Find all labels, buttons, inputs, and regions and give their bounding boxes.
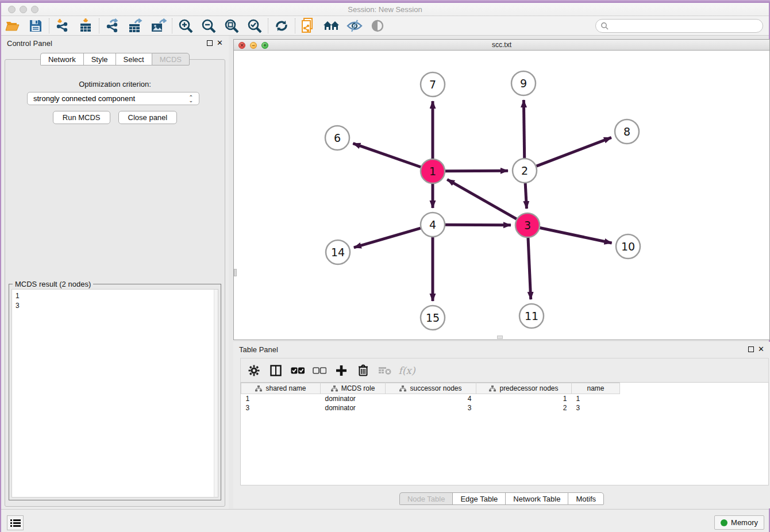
close-panel-icon[interactable]: ✕ [217, 40, 223, 46]
cell-shared-name[interactable]: 1 [241, 394, 321, 403]
cell-successor-nodes[interactable]: 3 [386, 403, 476, 413]
result-scrollbar[interactable] [214, 290, 218, 497]
network-window-titlebar[interactable]: ✕ − + scc.txt [234, 40, 769, 51]
tab-network[interactable]: Network [40, 53, 83, 65]
checked-boxes-icon [291, 367, 305, 374]
unchecked-boxes-icon [313, 367, 326, 374]
column-header-successor-nodes[interactable]: successor nodes [386, 383, 476, 394]
canvas-bottom-resize-grip[interactable] [497, 336, 503, 339]
delete-column-button[interactable] [355, 362, 372, 379]
table-row[interactable]: 1 dominator 4 1 1 [241, 394, 620, 403]
float-panel-icon[interactable] [207, 40, 213, 46]
graph-edge-3-10[interactable] [540, 228, 612, 243]
canvas-left-scrollbar-grip[interactable] [234, 269, 237, 276]
graph-node-3[interactable]: 3 [515, 213, 540, 237]
zoom-selected-button[interactable] [243, 17, 266, 34]
column-header-name[interactable]: name [572, 383, 620, 394]
zoom-in-button[interactable] [174, 17, 197, 34]
deselect-all-rows-button[interactable] [311, 362, 328, 379]
mcds-result-text[interactable]: 1 3 [11, 289, 218, 498]
graph-node-9[interactable]: 9 [511, 71, 536, 95]
toolbar-separator [295, 18, 295, 33]
tab-style[interactable]: Style [83, 53, 116, 65]
optimization-criterion-dropdown[interactable]: strongly connected component ⌃⌄ [27, 92, 199, 105]
select-all-rows-button[interactable] [289, 362, 306, 379]
tab-edge-table[interactable]: Edge Table [452, 492, 505, 505]
graph-node-15[interactable]: 15 [421, 306, 445, 330]
tab-network-table[interactable]: Network Table [505, 492, 568, 505]
function-builder-button[interactable]: f(x) [398, 362, 415, 379]
cell-mcds-role[interactable]: dominator [321, 394, 386, 403]
show-task-history-button[interactable] [7, 515, 24, 530]
search-input[interactable] [611, 22, 763, 30]
graph-node-1[interactable]: 1 [421, 159, 445, 183]
graph-node-8[interactable]: 8 [615, 119, 639, 144]
show-column-panel-button[interactable] [267, 362, 284, 379]
cell-name[interactable]: 3 [572, 403, 620, 413]
show-all-button[interactable] [366, 17, 389, 34]
tab-motifs[interactable]: Motifs [568, 492, 604, 505]
zoom-out-icon [201, 18, 216, 33]
graph-edge-3-1[interactable] [447, 179, 517, 219]
cell-successor-nodes[interactable]: 4 [386, 394, 476, 403]
mcds-tab-content: Optimization criterion: strongly connect… [5, 59, 225, 507]
graph-edge-3-11[interactable] [528, 238, 531, 299]
import-network-button[interactable] [51, 17, 74, 34]
dropdown-stepper-icon: ⌃⌄ [188, 95, 193, 102]
network-graph[interactable]: 1234678910111415 [234, 51, 769, 340]
cell-mcds-role[interactable]: dominator [321, 403, 386, 413]
table-options-button[interactable] [245, 362, 263, 379]
close-panel-button[interactable]: Close panel [118, 111, 178, 124]
column-header-mcds-role[interactable]: MCDS role [321, 383, 386, 394]
close-table-panel-icon[interactable]: ✕ [758, 346, 764, 352]
table-row[interactable]: 3 dominator 3 2 3 [241, 403, 620, 413]
column-header-predecessor-nodes[interactable]: predecessor nodes [476, 383, 572, 394]
network-canvas[interactable]: 1234678910111415 [234, 51, 769, 340]
graph-edge-2-9[interactable] [523, 100, 524, 158]
zoom-fit-button[interactable] [220, 17, 243, 34]
create-column-button[interactable] [333, 362, 350, 379]
open-session-button[interactable] [1, 17, 24, 34]
cell-predecessor-nodes[interactable]: 2 [476, 403, 572, 413]
cell-name[interactable]: 1 [572, 394, 620, 403]
tab-node-table[interactable]: Node Table [399, 492, 453, 505]
graph-node-6[interactable]: 6 [325, 126, 349, 150]
float-table-panel-icon[interactable] [748, 346, 754, 352]
cell-predecessor-nodes[interactable]: 1 [476, 394, 572, 403]
graph-edge-2-3[interactable] [525, 183, 526, 209]
export-table-button[interactable] [124, 17, 147, 34]
memory-button[interactable]: Memory [714, 515, 764, 530]
graph-node-10[interactable]: 10 [616, 234, 640, 259]
column-header-shared-name[interactable]: shared name [241, 383, 321, 394]
graph-edge-2-8[interactable] [537, 137, 611, 166]
graph-node-2[interactable]: 2 [513, 159, 537, 183]
graph-node-14[interactable]: 14 [326, 240, 350, 264]
zoom-out-button[interactable] [197, 17, 220, 34]
graph-edge-1-6[interactable] [353, 144, 421, 167]
svg-text:7: 7 [429, 78, 436, 91]
table-tabs: Node Table Edge Table Network Table Moti… [233, 492, 770, 505]
hide-selected-button[interactable] [343, 17, 366, 34]
graph-node-7[interactable]: 7 [421, 72, 445, 97]
trash-icon [358, 364, 368, 376]
first-neighbors-button[interactable] [320, 17, 343, 34]
graph-edge-4-14[interactable] [354, 228, 421, 248]
new-network-from-selection-button[interactable] [297, 17, 320, 34]
fx-icon: f(x) [398, 365, 415, 376]
graph-node-11[interactable]: 11 [519, 304, 544, 328]
global-search-field[interactable] [595, 19, 763, 33]
tab-mcds[interactable]: MCDS [152, 53, 190, 65]
task-list-icon [10, 519, 21, 527]
apply-layout-button[interactable] [270, 17, 293, 34]
save-session-button[interactable] [24, 17, 47, 34]
cell-shared-name[interactable]: 3 [241, 403, 321, 413]
export-image-button[interactable] [147, 17, 170, 34]
tab-select[interactable]: Select [116, 53, 152, 65]
import-table-button[interactable] [74, 17, 97, 34]
export-network-button[interactable] [101, 17, 124, 34]
graph-edge-1-2[interactable] [445, 171, 508, 171]
graph-edge-4-3[interactable] [445, 225, 511, 225]
run-mcds-button[interactable]: Run MCDS [53, 111, 110, 124]
delete-table-button[interactable] [376, 362, 394, 379]
graph-node-4[interactable]: 4 [421, 213, 445, 237]
